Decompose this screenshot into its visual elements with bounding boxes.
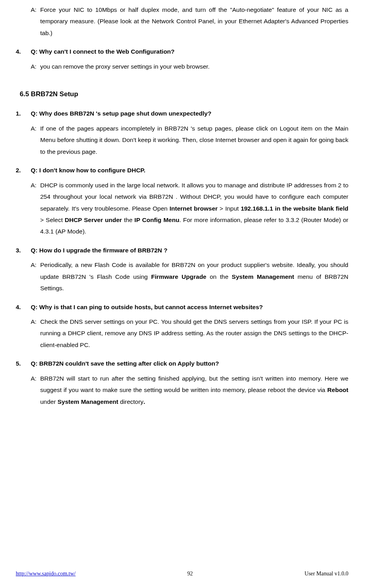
answer-prefix: A: [31, 61, 40, 72]
answer-bold: Internet browser [169, 205, 218, 212]
question-number: 4. [16, 301, 31, 313]
answer-text: DHCP is commonly used in the large local… [40, 179, 348, 237]
question-text: Q: Why is that I can ping to outside hos… [31, 301, 348, 313]
document-page: A: Force your NIC to 10Mbps or half dupl… [0, 0, 372, 407]
question-line: 5. Q: BRB72N couldn't save the setting a… [16, 358, 348, 369]
question-number: 3. [16, 245, 31, 256]
question-line: 3. Q: How do I upgrade the firmware of B… [16, 245, 348, 256]
answer-bold: . [143, 398, 145, 405]
answer-bold: 192.168.1.1 in the website blank field [241, 205, 348, 212]
answer-bold: Reboot [327, 386, 348, 393]
question-line: 4. Q: Why is that I can ping to outside … [16, 301, 348, 313]
qa-3: 3. Q: How do I upgrade the firmware of B… [16, 245, 348, 294]
answer-span: > Select [40, 217, 65, 223]
answer-line: A: you can remove the proxy server setti… [16, 61, 348, 72]
answer-line: A: If one of the pages appears incomplet… [16, 123, 348, 157]
answer-text: Force your NIC to 10Mbps or half duplex … [40, 4, 348, 39]
question-line: 1. Q: Why does BRB72N 's setup page shut… [16, 108, 348, 119]
answer-text: If one of the pages appears incompletely… [40, 123, 348, 157]
answer-prefix: A: [31, 179, 40, 237]
question-text: Q: BRB72N couldn't save the setting afte… [31, 358, 348, 369]
question-number: 2. [16, 164, 31, 176]
answer-text: Periodically, a new Flash Code is availa… [40, 259, 348, 294]
page-footer: http://www.sapido.com.tw/ 92 User Manual… [16, 569, 348, 579]
answer-line: A: Force your NIC to 10Mbps or half dupl… [16, 4, 348, 39]
answer-prefix: A: [31, 123, 40, 157]
answer-text: BRB72N will start to run after the setti… [40, 373, 348, 407]
answer-text: Check the DNS server settings on your PC… [40, 316, 348, 351]
answer-line: A: BRB72N will start to run after the se… [16, 373, 348, 407]
qa-4: 4. Q: Why is that I can ping to outside … [16, 301, 348, 351]
question-line: 4. Q: Why can't I connect to the Web Con… [16, 46, 348, 57]
question-text: Q: Why does BRB72N 's setup page shut do… [31, 108, 348, 119]
answer-prefix: A: [31, 316, 40, 351]
question-number: 5. [16, 358, 31, 369]
answer-span: the [122, 217, 134, 223]
answer-span: on the [206, 273, 232, 280]
qa-top-4: 4. Q: Why can't I connect to the Web Con… [16, 46, 348, 72]
question-number: 4. [16, 46, 31, 57]
qa-5: 5. Q: BRB72N couldn't save the setting a… [16, 358, 348, 407]
answer-span: directory [118, 398, 143, 405]
answer-span: BRB72N will start to run after the setti… [40, 375, 348, 393]
answer-line: A: DHCP is commonly used in the large lo… [16, 179, 348, 237]
answer-bold: System Management [232, 273, 294, 280]
answer-prefix: A: [31, 4, 40, 39]
question-text: Q: Why can't I connect to the Web Config… [31, 46, 348, 57]
question-text: Q: I don't know how to configure DHCP. [31, 164, 348, 176]
answer-line: A: Periodically, a new Flash Code is ava… [16, 259, 348, 294]
prev-answer-block: A: Force your NIC to 10Mbps or half dupl… [16, 4, 348, 39]
answer-text: you can remove the proxy server settings… [40, 61, 348, 72]
answer-line: A: Check the DNS server settings on your… [16, 316, 348, 351]
answer-bold: DHCP Server under [65, 217, 122, 223]
qa-1: 1. Q: Why does BRB72N 's setup page shut… [16, 108, 348, 157]
answer-prefix: A: [31, 259, 40, 294]
answer-bold: Firmware Upgrade [151, 273, 206, 280]
question-line: 2. Q: I don't know how to configure DHCP… [16, 164, 348, 176]
footer-version: User Manual v1.0.0 [305, 569, 348, 579]
question-text: Q: How do I upgrade the firmware of BRB7… [31, 245, 348, 256]
answer-bold: IP Config Menu [134, 217, 179, 223]
answer-span: > Input [218, 205, 241, 212]
footer-page-number: 92 [187, 569, 193, 579]
answer-bold: System Management [58, 398, 118, 405]
section-heading: 6.5 BRB72N Setup [20, 88, 348, 101]
footer-url-link[interactable]: http://www.sapido.com.tw/ [16, 569, 76, 579]
qa-2: 2. Q: I don't know how to configure DHCP… [16, 164, 348, 237]
question-number: 1. [16, 108, 31, 119]
answer-prefix: A: [31, 373, 40, 407]
answer-span: under [40, 398, 58, 405]
